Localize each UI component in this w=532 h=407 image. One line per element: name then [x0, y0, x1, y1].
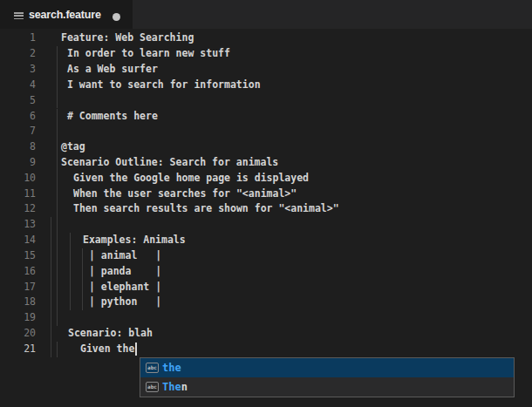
- code-line-9[interactable]: 9Scenario Outline: Search for animals: [0, 155, 532, 171]
- line-text-17: | elephant |: [89, 280, 161, 295]
- code-line-17[interactable]: 17| elephant |: [0, 280, 532, 295]
- line-text-16: | panda |: [89, 264, 161, 280]
- code-line-20[interactable]: 20Scenario: blah: [0, 326, 532, 342]
- code-editor[interactable]: 1Feature: Web Searching2In order to lear…: [0, 29, 532, 407]
- word-suggestion-icon: abc: [146, 382, 159, 392]
- suggestion-item-the[interactable]: abcthe: [140, 358, 514, 377]
- indent-guide: [57, 342, 58, 357]
- indent-guide: [57, 139, 58, 155]
- line-number-16: 16: [0, 264, 36, 280]
- editor-window: search.feature 1Feature: Web Searching2I…: [0, 0, 532, 407]
- indent-guide: [51, 295, 51, 310]
- indent-guide: [57, 93, 58, 109]
- tab-search-feature[interactable]: search.feature: [0, 0, 133, 29]
- code-line-6[interactable]: 6# Comments here: [0, 109, 532, 125]
- indent-guide: [70, 248, 71, 264]
- indent-guide: [51, 248, 51, 264]
- code-line-13[interactable]: 13: [0, 217, 532, 233]
- line-number-3: 3: [0, 62, 36, 78]
- indent-guide: [51, 326, 51, 342]
- indent-guide: [57, 264, 58, 280]
- code-line-12[interactable]: 12Then search results are shown for "<an…: [0, 201, 532, 217]
- line-text-8: @tag: [61, 139, 85, 155]
- line-text-9: Scenario Outline: Search for animals: [61, 155, 278, 171]
- line-text-18: | python |: [89, 295, 161, 310]
- indent-guide: [57, 62, 58, 78]
- line-text-11: When the user searches for "<animal>": [73, 187, 297, 202]
- line-text-6: # Comments here: [67, 109, 158, 125]
- line-text-2: In order to learn new stuff: [67, 46, 230, 62]
- line-text-4: I want to search for information: [67, 78, 261, 93]
- line-number-14: 14: [0, 233, 36, 248]
- code-line-14[interactable]: 14Examples: Animals: [0, 233, 532, 248]
- line-text-15: | animal |: [89, 248, 161, 264]
- tab-title: search.feature: [29, 0, 101, 29]
- indent-guide: [82, 264, 83, 280]
- code-line-7[interactable]: 7: [0, 124, 532, 139]
- code-line-18[interactable]: 18| python |: [0, 295, 532, 310]
- code-line-1[interactable]: 1Feature: Web Searching: [0, 31, 532, 46]
- code-line-16[interactable]: 16| panda |: [0, 264, 532, 280]
- code-line-4[interactable]: 4I want to search for information: [0, 78, 532, 93]
- line-number-17: 17: [0, 280, 36, 295]
- indent-guide: [51, 310, 51, 326]
- indent-guide: [51, 342, 51, 357]
- indent-guide: [57, 187, 58, 202]
- line-text-3: As a Web surfer: [67, 62, 158, 78]
- indent-guide: [51, 233, 51, 248]
- indent-guide: [82, 248, 83, 264]
- suggestion-item-Then[interactable]: abcThen: [140, 377, 514, 397]
- indent-guide: [57, 217, 58, 233]
- text-cursor: [135, 343, 137, 356]
- indent-guide: [57, 109, 58, 125]
- indent-guide: [57, 280, 58, 295]
- modified-dot-icon[interactable]: [113, 13, 120, 21]
- line-number-1: 1: [0, 31, 36, 46]
- hamburger-menu-icon[interactable]: [14, 12, 24, 19]
- indent-guide: [51, 217, 51, 233]
- line-number-2: 2: [0, 46, 36, 62]
- line-number-11: 11: [0, 187, 36, 202]
- line-number-6: 6: [0, 109, 36, 125]
- indent-guide: [57, 310, 58, 326]
- suggestion-label: the: [162, 362, 181, 374]
- line-number-10: 10: [0, 171, 36, 187]
- code-line-10[interactable]: 10Given the Google home page is displaye…: [0, 171, 532, 187]
- code-line-19[interactable]: 19: [0, 310, 532, 326]
- indent-guide: [57, 295, 58, 310]
- indent-guide: [51, 264, 51, 280]
- code-line-5[interactable]: 5: [0, 93, 532, 109]
- line-number-4: 4: [0, 78, 36, 93]
- code-line-11[interactable]: 11When the user searches for "<animal>": [0, 187, 532, 202]
- line-number-8: 8: [0, 139, 36, 155]
- line-number-5: 5: [0, 93, 36, 109]
- line-text-1: Feature: Web Searching: [61, 31, 194, 46]
- word-suggestion-icon: abc: [146, 363, 159, 373]
- indent-guide: [82, 295, 83, 310]
- indent-guide: [57, 78, 58, 93]
- indent-guide: [70, 233, 71, 248]
- line-text-10: Given the Google home page is displayed: [73, 171, 309, 187]
- line-text-21: Given the: [80, 342, 134, 357]
- code-line-21[interactable]: 21Given the: [0, 342, 532, 357]
- indent-guide: [70, 280, 71, 295]
- indent-guide: [57, 233, 58, 248]
- line-number-7: 7: [0, 124, 36, 139]
- code-line-2[interactable]: 2In order to learn new stuff: [0, 46, 532, 62]
- indent-guide: [57, 248, 58, 264]
- line-number-18: 18: [0, 295, 36, 310]
- code-line-8[interactable]: 8@tag: [0, 139, 532, 155]
- code-line-3[interactable]: 3As a Web surfer: [0, 62, 532, 78]
- line-number-19: 19: [0, 310, 36, 326]
- line-text-12: Then search results are shown for "<anim…: [73, 201, 339, 217]
- indent-guide: [57, 155, 58, 171]
- indent-guide: [57, 171, 58, 187]
- line-number-9: 9: [0, 155, 36, 171]
- code-line-15[interactable]: 15| animal |: [0, 248, 532, 264]
- indent-guide: [70, 295, 71, 310]
- line-text-14: Examples: Animals: [83, 233, 186, 248]
- indent-guide: [70, 264, 71, 280]
- suggestion-label: Then: [162, 381, 188, 393]
- line-text-20: Scenario: blah: [68, 326, 153, 342]
- indent-guide: [51, 280, 51, 295]
